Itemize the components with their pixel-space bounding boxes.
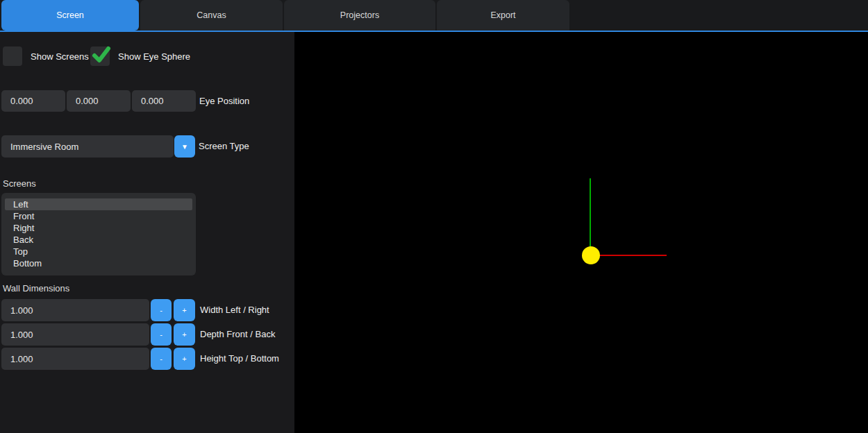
screen-type-value[interactable]: Immersive Room [1,135,174,158]
x-axis-line [591,255,667,256]
show-eye-sphere-checkbox[interactable] [90,46,110,66]
list-item-bottom[interactable]: Bottom [5,257,192,269]
depth-input[interactable] [1,323,149,346]
width-input[interactable] [1,299,149,321]
show-screens-checkbox[interactable] [3,46,22,66]
depth-increment-button[interactable]: + [174,323,195,346]
show-screens-label: Show Screens [31,51,89,62]
list-item-front[interactable]: Front [5,210,192,222]
height-increment-button[interactable]: + [174,348,195,370]
eye-position-y-input[interactable] [67,90,131,112]
width-increment-button[interactable]: + [174,299,195,321]
list-item-left[interactable]: Left [5,198,192,210]
depth-decrement-button[interactable]: - [151,323,172,346]
chevron-down-icon: ▼ [181,143,188,151]
show-eye-sphere-label: Show Eye Sphere [118,51,190,62]
list-item-top[interactable]: Top [5,246,192,257]
screens-section-label: Screens [3,179,36,189]
height-decrement-button[interactable]: - [151,348,172,370]
width-label: Width Left / Right [200,305,269,316]
screen-type-dropdown-button[interactable]: ▼ [174,135,195,158]
list-item-right[interactable]: Right [5,222,192,234]
height-label: Height Top / Bottom [200,353,279,364]
tab-screen[interactable]: Screen [1,0,139,31]
y-axis-line [590,178,591,255]
tab-projectors[interactable]: Projectors [284,0,435,31]
origin-sphere [582,246,600,264]
width-decrement-button[interactable]: - [151,299,172,321]
depth-label: Depth Front / Back [200,329,275,340]
eye-position-z-input[interactable] [132,90,196,112]
wall-dimensions-section-label: Wall Dimensions [3,284,69,294]
tab-export[interactable]: Export [437,0,569,31]
screen-type-label: Screen Type [199,141,249,152]
settings-panel: Show Screens Show Eye Sphere Eye Positio… [0,32,294,433]
list-item-back[interactable]: Back [5,234,192,246]
eye-position-label: Eye Position [199,96,249,107]
height-input[interactable] [1,348,149,370]
screens-list: Left Front Right Back Top Bottom [1,193,196,275]
tab-bar: Screen Canvas Projectors Export [0,0,868,31]
viewport-3d[interactable] [294,32,868,433]
eye-position-x-input[interactable] [1,90,65,112]
tab-canvas[interactable]: Canvas [140,0,283,31]
